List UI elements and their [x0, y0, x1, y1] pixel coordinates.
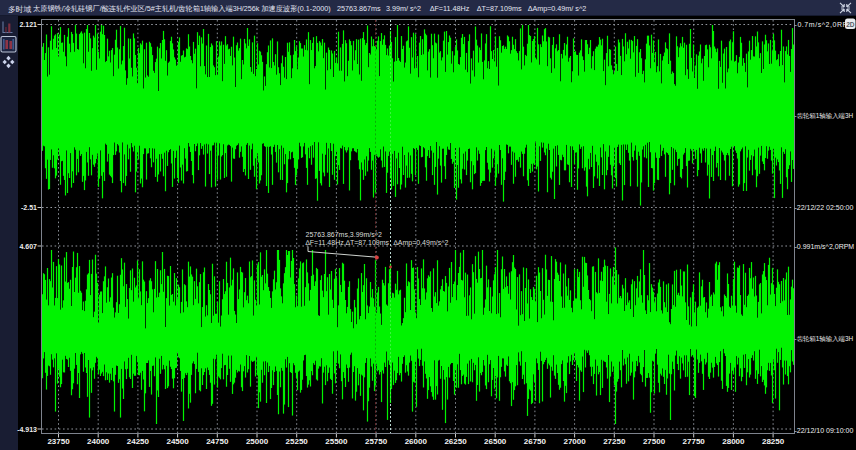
svg-text:24000: 24000 [87, 437, 110, 446]
svg-text:28000: 28000 [722, 437, 745, 446]
svg-text:-22/12/22 02:50:00: -22/12/22 02:50:00 [795, 204, 854, 211]
svg-text:26750: 26750 [524, 437, 547, 446]
svg-text:-4.913: -4.913 [17, 426, 37, 433]
svg-text:25750: 25750 [365, 437, 388, 446]
svg-text:25250: 25250 [286, 437, 309, 446]
svg-text:25000: 25000 [246, 437, 269, 446]
svg-text:27250: 27250 [603, 437, 626, 446]
svg-text:24750: 24750 [206, 437, 229, 446]
svg-text:-齿轮箱1轴输入端3H: -齿轮箱1轴输入端3H [795, 335, 854, 343]
svg-text:27000: 27000 [563, 437, 586, 446]
svg-text:∆Amp=0.49m/s^2: ∆Amp=0.49m/s^2 [394, 239, 449, 247]
svg-text:24500: 24500 [166, 437, 189, 446]
svg-text:-齿轮箱1轴输入端3H: -齿轮箱1轴输入端3H [795, 112, 854, 120]
svg-text:2D: 2D [846, 21, 855, 28]
svg-text:27750: 27750 [683, 437, 706, 446]
svg-text:4.607: 4.607 [19, 243, 37, 250]
svg-text:25763.867ms,3.99m/s^2: 25763.867ms,3.99m/s^2 [306, 231, 383, 238]
svg-text:25500: 25500 [325, 437, 348, 446]
svg-text:24250: 24250 [127, 437, 150, 446]
svg-text:27500: 27500 [643, 437, 666, 446]
svg-text:-22/12/10 09:10:00: -22/12/10 09:10:00 [795, 427, 854, 434]
svg-text:-2.51: -2.51 [21, 204, 37, 211]
svg-text:26500: 26500 [484, 437, 507, 446]
svg-text:26000: 26000 [405, 437, 428, 446]
svg-text:28250: 28250 [762, 437, 785, 446]
svg-text:-0.991m/s^2,0RPM: -0.991m/s^2,0RPM [795, 243, 855, 250]
svg-text:26250: 26250 [444, 437, 467, 446]
svg-text:23750: 23750 [47, 437, 70, 446]
svg-text:2.121: 2.121 [19, 21, 37, 28]
svg-text:∆F=11.48Hz,∆T=87.109ms: ∆F=11.48Hz,∆T=87.109ms [306, 239, 390, 246]
